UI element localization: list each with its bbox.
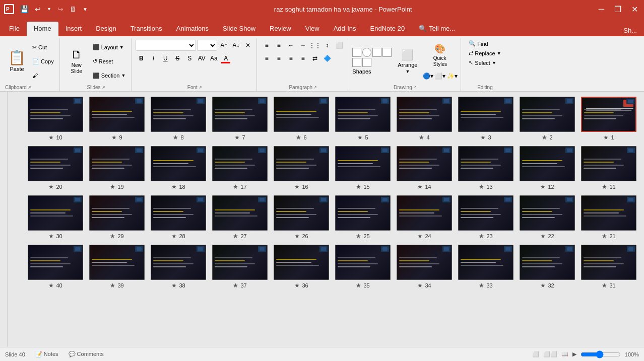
slide-item[interactable]: ★22 <box>520 195 575 240</box>
bold-button[interactable]: B <box>136 53 147 64</box>
slide-item[interactable]: ★36 <box>274 245 329 289</box>
slide-item[interactable]: ★19 <box>89 146 145 190</box>
text-direction-button[interactable]: ⇄ <box>309 53 320 64</box>
slide-item[interactable]: ★38 <box>151 245 206 289</box>
font-family-select[interactable] <box>136 40 196 51</box>
slide-item[interactable]: ★15 <box>335 146 391 190</box>
slide-item[interactable]: ★14 <box>397 146 452 190</box>
change-case-button[interactable]: Aa <box>208 53 219 64</box>
restore-button[interactable]: ❒ <box>612 5 623 14</box>
slide-item[interactable]: ★35 <box>335 245 391 289</box>
tab-view[interactable]: View <box>298 22 327 36</box>
minimize-button[interactable]: ─ <box>597 5 606 14</box>
slide-item[interactable]: ★30 <box>28 195 83 240</box>
tab-endnote[interactable]: EndNote 20 <box>363 22 412 36</box>
share-button[interactable]: Sh... <box>618 25 642 36</box>
tab-review[interactable]: Review <box>263 22 298 36</box>
convert-to-smartart[interactable]: 🔷 <box>321 53 333 64</box>
slide-grid-container[interactable]: ★10 ★9 ★8 <box>8 92 644 347</box>
notes-button[interactable]: 📝 Notes <box>35 351 58 357</box>
shape-rounded-rect[interactable] <box>372 48 381 57</box>
slide-item[interactable]: ★21 <box>581 195 636 240</box>
slide-item[interactable]: ★10 <box>28 97 83 141</box>
tab-slideshow[interactable]: Slide Show <box>216 22 263 36</box>
slide-item[interactable]: ★16 <box>274 146 329 190</box>
replace-button[interactable]: ⇄ Replace ▼ <box>466 49 503 57</box>
section-button[interactable]: ⬛ Section ▼ <box>90 71 128 80</box>
line-spacing-button[interactable]: ↕ <box>321 40 333 51</box>
tab-home[interactable]: Home <box>27 22 58 36</box>
replace-dropdown[interactable]: ▼ <box>497 51 501 56</box>
shape-oval[interactable] <box>362 48 371 57</box>
shape-effects-button[interactable]: ✨▾ <box>446 70 458 82</box>
slide-item[interactable]: ★23 <box>458 195 513 240</box>
slide-item[interactable]: ★34 <box>397 245 452 289</box>
reset-button[interactable]: ↺ Reset <box>90 57 128 65</box>
slide-item[interactable]: ★29 <box>89 195 145 240</box>
arrange-dropdown[interactable]: ▼ <box>405 69 410 74</box>
align-left-button[interactable]: ≡ <box>261 53 272 64</box>
format-painter-button[interactable]: 🖌 <box>30 71 56 80</box>
slide-item[interactable]: ★33 <box>458 245 513 289</box>
shape-line[interactable] <box>352 58 361 67</box>
tab-animations[interactable]: Animations <box>169 22 216 36</box>
tab-file[interactable]: File <box>2 22 27 36</box>
increase-font-button[interactable]: A↑ <box>218 40 229 51</box>
shape-fill-button[interactable]: 🔵▾ <box>422 70 433 82</box>
font-expand[interactable]: ↗ <box>199 85 202 90</box>
slide-item[interactable]: ★4 <box>397 97 452 141</box>
shape-arrow[interactable] <box>362 58 371 67</box>
slide-item[interactable]: ★28 <box>151 195 206 240</box>
presentation-button[interactable]: 🖥 <box>68 4 79 14</box>
para-settings-button[interactable]: ⬜ <box>334 40 345 51</box>
tab-transitions[interactable]: Transitions <box>123 22 169 36</box>
left-scrollbar[interactable] <box>0 92 8 347</box>
select-button[interactable]: ↖ Select ▼ <box>466 58 503 67</box>
slide-item[interactable]: ★1 <box>581 97 636 141</box>
find-button[interactable]: 🔍 Find <box>466 39 503 48</box>
shape-rect[interactable] <box>352 48 361 57</box>
qat-customize[interactable]: ▼ <box>81 6 90 13</box>
cut-button[interactable]: ✂ Cut <box>30 43 56 52</box>
strikethrough-button[interactable]: S <box>172 53 183 64</box>
slide-item[interactable]: ★5 <box>335 97 391 141</box>
align-right-button[interactable]: ≡ <box>285 53 296 64</box>
slideshow-button[interactable]: ▶ <box>572 351 576 357</box>
clear-format-button[interactable]: ✕ <box>242 40 253 51</box>
decrease-font-button[interactable]: A↓ <box>230 40 241 51</box>
zoom-slider[interactable] <box>581 350 621 358</box>
slide-item[interactable]: ★7 <box>212 97 268 141</box>
slide-item[interactable]: ★25 <box>335 195 391 240</box>
slide-item[interactable]: ★11 <box>581 146 636 190</box>
arrange-button[interactable]: ⬜ Arrange ▼ <box>395 47 420 76</box>
layout-dropdown[interactable]: ▼ <box>119 45 124 50</box>
numbered-button[interactable]: ≡ <box>273 40 284 51</box>
redo-button[interactable]: ↪ <box>55 4 66 14</box>
reading-view-button[interactable]: 📖 <box>561 351 568 357</box>
slide-item[interactable]: ★31 <box>581 245 636 289</box>
quick-styles-button[interactable]: 🎨 QuickStyles <box>422 41 458 69</box>
slide-item[interactable]: ★8 <box>151 97 206 141</box>
italic-button[interactable]: I <box>148 53 159 64</box>
layout-button[interactable]: ⬛ Layout ▼ <box>90 43 128 51</box>
slide-item[interactable]: ★3 <box>458 97 513 141</box>
tab-addins[interactable]: Add-Ins <box>327 22 363 36</box>
undo-button[interactable]: ↩ <box>33 4 43 14</box>
decrease-indent-button[interactable]: ← <box>285 40 296 51</box>
select-dropdown[interactable]: ▼ <box>492 60 496 65</box>
slide-item[interactable]: ★20 <box>28 146 83 190</box>
tab-design[interactable]: Design <box>89 22 123 36</box>
section-dropdown[interactable]: ▼ <box>121 73 125 78</box>
slide-item[interactable]: ★27 <box>212 195 268 240</box>
slide-item[interactable]: ★26 <box>274 195 329 240</box>
paste-button[interactable]: 📋 Paste <box>5 39 29 84</box>
slide-item[interactable]: ★18 <box>151 146 206 190</box>
slide-item[interactable]: ★24 <box>397 195 452 240</box>
justify-button[interactable]: ≡ <box>297 53 308 64</box>
undo-dropdown[interactable]: ▼ <box>45 6 53 13</box>
slide-item[interactable]: ★2 <box>520 97 575 141</box>
columns-button[interactable]: ⋮⋮ <box>309 40 320 51</box>
slide-item[interactable]: ★32 <box>520 245 575 289</box>
slide-item[interactable]: ★13 <box>458 146 513 190</box>
bullets-button[interactable]: ≡ <box>261 40 272 51</box>
